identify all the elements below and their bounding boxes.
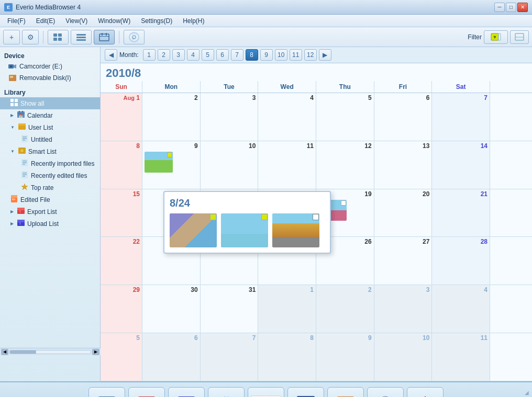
cal-cell-sun-4[interactable]: 22 <box>101 237 142 285</box>
cal-cell-thu-6[interactable]: 9 <box>316 333 374 381</box>
month-btn-4[interactable]: 4 <box>187 49 199 61</box>
cal-cell-fri-1[interactable]: 6 <box>374 93 433 141</box>
menu-settings[interactable]: Settings(D) <box>136 16 178 26</box>
menu-edit[interactable]: Edit(E) <box>31 16 61 26</box>
sidebar-item-smart-list[interactable]: ▼ Smart List <box>0 145 100 157</box>
popup-thumb-3[interactable] <box>272 213 319 247</box>
svg-rect-10 <box>99 36 109 37</box>
export-list-icon: ↑ <box>17 207 25 216</box>
cal-cell-thu-2[interactable]: 12 <box>316 141 374 189</box>
calendar-grid: Sun Mon Tue Wed Thu Fri Sat Aug 1 2 3 4 … <box>101 81 532 381</box>
disc-button[interactable]: ? <box>124 30 145 44</box>
cal-cell-fri-4[interactable]: 27 <box>374 237 433 285</box>
device-removable[interactable]: Removable Disk(I) <box>0 72 100 84</box>
cal-cell-wed-2[interactable]: 11 <box>258 141 316 189</box>
menu-view[interactable]: View(V) <box>60 16 93 26</box>
month-btn-12[interactable]: 12 <box>304 49 317 61</box>
cal-cell-sun-5[interactable]: 29 <box>101 285 142 333</box>
cal-cell-sat-4[interactable]: 28 <box>432 237 490 285</box>
cal-date: 22 <box>103 238 140 245</box>
list-view-button[interactable] <box>71 30 92 44</box>
menu-file[interactable]: File(F) <box>2 16 31 26</box>
maximize-button[interactable]: □ <box>506 3 516 12</box>
cal-cell-wed-5[interactable]: 1 <box>258 285 316 333</box>
cal-cell-tue-5[interactable]: 31 <box>201 285 259 333</box>
month-btn-7[interactable]: 7 <box>231 49 243 61</box>
month-btn-1[interactable]: 1 <box>143 49 156 61</box>
bottom-btn-disc[interactable] <box>367 387 404 397</box>
close-button[interactable]: ✕ <box>517 3 528 12</box>
menu-help[interactable]: Help(H) <box>178 16 209 26</box>
month-btn-9[interactable]: 9 <box>260 49 273 61</box>
cal-cell-sat-2[interactable]: 14 <box>432 141 490 189</box>
filter-mode-button[interactable] <box>510 30 529 44</box>
settings-button[interactable]: ⚙ <box>22 30 39 44</box>
bottom-btn-web[interactable] <box>208 387 245 397</box>
bottom-btn-youtube[interactable]: YouTube <box>248 387 284 397</box>
month-btn-10[interactable]: 10 <box>275 49 287 61</box>
cal-cell-sat-6[interactable]: 11 <box>432 333 490 381</box>
cal-date: 10 <box>203 142 256 150</box>
sidebar-item-upload-list[interactable]: ▶ ↑ Upload List <box>0 218 100 230</box>
date-popup[interactable]: 8/24 <box>163 191 331 254</box>
sidebar-item-show-all[interactable]: Show all <box>0 97 100 109</box>
resize-grip[interactable]: ◢ <box>525 390 532 397</box>
sidebar-item-recently-edited[interactable]: Recently edited files <box>0 169 100 182</box>
cal-cell-sun-1[interactable]: Aug 1 <box>101 93 142 141</box>
calendar-view-button[interactable] <box>94 30 115 44</box>
cal-cell-thu-5[interactable]: 2 <box>316 285 374 333</box>
sidebar-item-edited-file[interactable]: ✏ Edited File <box>0 194 100 206</box>
cal-prev-button[interactable]: ◀ <box>105 49 117 61</box>
popup-thumb-2[interactable] <box>221 213 268 247</box>
bottom-btn-gps[interactable]: GPS <box>407 387 444 397</box>
month-btn-5[interactable]: 5 <box>202 49 214 61</box>
device-camcorder[interactable]: Camcorder (E:) <box>0 61 100 72</box>
cal-cell-mon-6[interactable]: 6 <box>142 333 201 381</box>
cal-cell-sat-1[interactable]: 7 <box>432 93 490 141</box>
cal-cell-thu-1[interactable]: 5 <box>316 93 374 141</box>
filter-type-button[interactable]: ▼ <box>484 30 508 44</box>
bottom-btn-edit1[interactable]: ✂ <box>128 387 165 397</box>
cal-cell-tue-2[interactable]: 10 <box>201 141 259 189</box>
cal-cell-wed-1[interactable]: 4 <box>258 93 316 141</box>
cal-cell-fri-6[interactable]: 10 <box>374 333 433 381</box>
sidebar-item-calendar[interactable]: ▶ 📅 Calendar <box>0 109 100 121</box>
svg-rect-25 <box>15 99 18 102</box>
bottom-btn-pc[interactable] <box>88 387 125 397</box>
sidebar-item-user-list[interactable]: ▼ User List <box>0 121 100 133</box>
minimize-button[interactable]: ─ <box>494 3 505 12</box>
cal-cell-sun-3[interactable]: 15 <box>101 189 142 237</box>
sidebar-item-recently-imported[interactable]: Recently imported files <box>0 157 100 169</box>
month-btn-3[interactable]: 3 <box>172 49 185 61</box>
cal-cell-mon-5[interactable]: 30 <box>142 285 201 333</box>
popup-thumb-1[interactable] <box>170 213 217 247</box>
cal-cell-sun-6[interactable]: 5 <box>101 333 142 381</box>
sidebar-item-export-list[interactable]: ▶ ↑ Export List <box>0 206 100 218</box>
grid-view-button[interactable] <box>48 30 69 44</box>
cal-cell-tue-1[interactable]: 3 <box>201 93 259 141</box>
month-btn-2[interactable]: 2 <box>158 49 170 61</box>
bottom-btn-facebook[interactable]: f <box>287 387 324 397</box>
cal-cell-mon-1[interactable]: 2 <box>142 93 201 141</box>
month-btn-11[interactable]: 11 <box>290 49 302 61</box>
cal-cell-fri-3[interactable]: 20 <box>374 189 433 237</box>
bottom-btn-burn[interactable] <box>327 387 364 397</box>
cal-cell-sat-5[interactable]: 4 <box>432 285 490 333</box>
add-button[interactable]: + <box>3 30 20 44</box>
sidebar-item-top-rate[interactable]: Top rate <box>0 182 100 194</box>
cal-cell-mon-2[interactable]: 9 <box>142 141 201 189</box>
month-btn-6[interactable]: 6 <box>216 49 229 61</box>
thumbnail-9[interactable] <box>145 152 173 173</box>
cal-cell-wed-6[interactable]: 8 <box>258 333 316 381</box>
cal-cell-sun-2[interactable]: 8 <box>101 141 142 189</box>
cal-cell-fri-2[interactable]: 13 <box>374 141 433 189</box>
sidebar-item-untitled[interactable]: Untitled <box>0 133 100 145</box>
cal-next-button[interactable]: ▶ <box>319 49 331 61</box>
cal-cell-sat-3[interactable]: 21 <box>432 189 490 237</box>
cal-cell-fri-5[interactable]: 3 <box>374 285 433 333</box>
menu-window[interactable]: Window(W) <box>93 16 136 26</box>
bottom-btn-edit2[interactable]: ✂ <box>168 387 205 397</box>
cal-cell-tue-6[interactable]: 7 <box>201 333 259 381</box>
month-btn-8[interactable]: 8 <box>246 49 258 61</box>
recently-imported-icon <box>21 159 28 168</box>
